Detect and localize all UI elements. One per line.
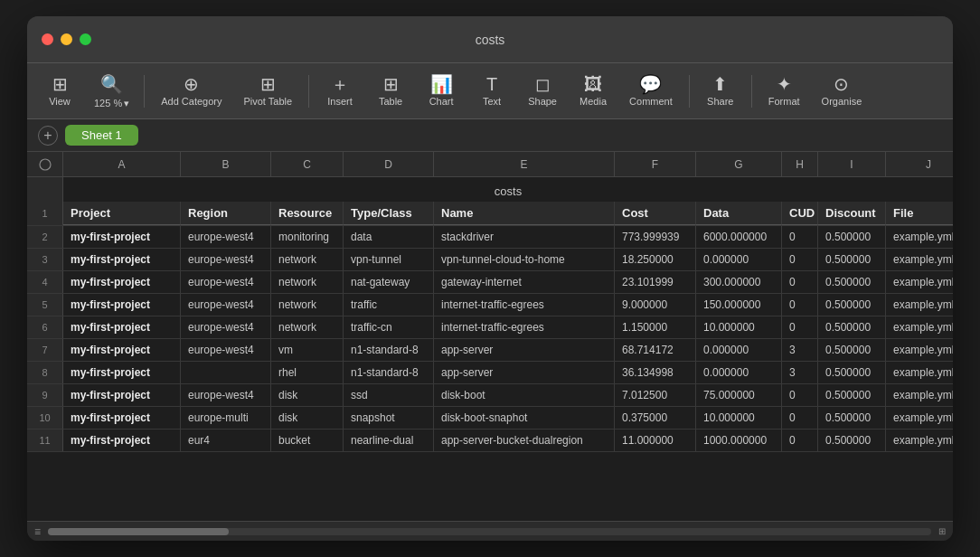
table-cell[interactable]: 0.500000 <box>818 316 886 338</box>
organise-button[interactable]: ⊙ Organise <box>813 71 872 110</box>
table-cell[interactable]: 1.150000 <box>615 316 696 338</box>
table-cell[interactable]: my-first-project <box>63 339 181 361</box>
table-cell[interactable]: app-server <box>434 339 615 361</box>
table-cell[interactable]: 0.500000 <box>818 271 886 293</box>
table-cell[interactable]: network <box>271 271 344 293</box>
table-cell[interactable]: app-server-bucket-dualregion <box>434 430 615 451</box>
table-cell[interactable]: gateway-internet <box>434 271 615 293</box>
table-cell[interactable]: 10.000000 <box>696 407 782 429</box>
table-cell[interactable]: vpn-tunnel-cloud-to-home <box>434 249 615 270</box>
table-cell[interactable]: example.yml <box>886 430 953 451</box>
table-cell[interactable]: my-first-project <box>63 407 181 429</box>
table-cell[interactable]: example.yml <box>886 294 953 316</box>
table-cell[interactable]: my-first-project <box>63 294 181 316</box>
table-cell[interactable]: example.yml <box>886 407 953 429</box>
insert-button[interactable]: ＋ Insert <box>316 71 363 110</box>
table-cell[interactable]: my-first-project <box>63 249 181 270</box>
table-cell[interactable]: 68.714172 <box>615 339 696 361</box>
table-cell[interactable]: 0.500000 <box>818 407 886 429</box>
table-cell[interactable]: n1-standard-8 <box>344 362 434 383</box>
table-row[interactable]: 4my-first-projecteurope-west4networknat-… <box>27 271 953 294</box>
table-cell[interactable]: 7.012500 <box>615 384 696 406</box>
table-row[interactable]: 10my-first-projecteurope-multidisksnapsh… <box>27 407 953 430</box>
table-row[interactable]: 8my-first-projectrheln1-standard-8app-se… <box>27 362 953 384</box>
add-sheet-button[interactable]: + <box>38 126 58 146</box>
table-cell[interactable] <box>181 362 271 383</box>
table-cell[interactable]: europe-west4 <box>181 384 271 406</box>
table-cell[interactable]: monitoring <box>271 226 344 248</box>
table-row[interactable]: 3my-first-projecteurope-west4networkvpn-… <box>27 249 953 271</box>
table-cell[interactable]: example.yml <box>886 316 953 338</box>
table-row[interactable]: 2my-first-projecteurope-west4monitoringd… <box>27 226 953 249</box>
table-cell[interactable]: example.yml <box>886 271 953 293</box>
table-cell[interactable]: 0 <box>782 316 818 338</box>
close-button[interactable] <box>42 33 53 45</box>
table-cell[interactable]: 300.000000 <box>696 271 782 293</box>
table-cell[interactable]: 36.134998 <box>615 362 696 383</box>
table-row[interactable]: 6my-first-projecteurope-west4networktraf… <box>27 316 953 339</box>
table-cell[interactable]: 0 <box>782 226 818 248</box>
table-button[interactable]: ⊞ Table <box>367 71 414 110</box>
table-cell[interactable]: 10.000000 <box>696 316 782 338</box>
table-cell[interactable]: network <box>271 316 344 338</box>
table-cell[interactable]: eur4 <box>181 430 271 451</box>
table-cell[interactable]: europe-multi <box>181 407 271 429</box>
table-cell[interactable]: 773.999939 <box>615 226 696 248</box>
table-cell[interactable]: rhel <box>271 362 344 383</box>
table-cell[interactable]: disk-boot <box>434 384 615 406</box>
table-cell[interactable]: app-server <box>434 362 615 383</box>
format-button[interactable]: ✦ Format <box>759 71 809 110</box>
table-cell[interactable]: traffic <box>344 294 434 316</box>
shape-button[interactable]: ◻ Shape <box>519 71 566 110</box>
table-cell[interactable]: 0 <box>782 430 818 451</box>
table-cell[interactable]: example.yml <box>886 362 953 383</box>
table-cell[interactable]: data <box>344 226 434 248</box>
table-cell[interactable]: europe-west4 <box>181 316 271 338</box>
table-row[interactable]: 7my-first-projecteurope-west4vmn1-standa… <box>27 339 953 362</box>
view-button[interactable]: ⊞ View <box>36 71 83 110</box>
table-cell[interactable]: my-first-project <box>63 384 181 406</box>
table-cell[interactable]: 3 <box>782 362 818 383</box>
table-cell[interactable]: 0.000000 <box>696 339 782 361</box>
minimize-button[interactable] <box>61 33 72 45</box>
table-cell[interactable]: example.yml <box>886 384 953 406</box>
table-cell[interactable]: my-first-project <box>63 430 181 451</box>
table-cell[interactable]: europe-west4 <box>181 339 271 361</box>
table-cell[interactable]: my-first-project <box>63 316 181 338</box>
table-cell[interactable]: 75.000000 <box>696 384 782 406</box>
table-cell[interactable]: vm <box>271 339 344 361</box>
table-cell[interactable]: nearline-dual <box>344 430 434 451</box>
table-cell[interactable]: 0.500000 <box>818 226 886 248</box>
share-button[interactable]: ⬆ Share <box>697 71 744 110</box>
table-cell[interactable]: europe-west4 <box>181 271 271 293</box>
table-cell[interactable]: europe-west4 <box>181 226 271 248</box>
table-cell[interactable]: 1000.000000 <box>696 430 782 451</box>
table-cell[interactable]: example.yml <box>886 339 953 361</box>
comment-button[interactable]: 💬 Comment <box>620 71 682 110</box>
table-cell[interactable]: n1-standard-8 <box>344 339 434 361</box>
table-cell[interactable]: 0 <box>782 249 818 270</box>
table-cell[interactable]: disk <box>271 407 344 429</box>
table-cell[interactable]: 0 <box>782 407 818 429</box>
table-cell[interactable]: vpn-tunnel <box>344 249 434 270</box>
table-cell[interactable]: 0 <box>782 294 818 316</box>
pivot-table-button[interactable]: ⊞ Pivot Table <box>234 71 301 110</box>
table-cell[interactable]: disk <box>271 384 344 406</box>
table-cell[interactable]: disk-boot-snaphot <box>434 407 615 429</box>
table-cell[interactable]: 0.500000 <box>818 249 886 270</box>
table-cell[interactable]: 0.500000 <box>818 430 886 451</box>
table-cell[interactable]: 18.250000 <box>615 249 696 270</box>
text-button[interactable]: T Text <box>468 71 515 110</box>
maximize-button[interactable] <box>80 33 91 45</box>
table-cell[interactable]: 0.500000 <box>818 294 886 316</box>
table-cell[interactable]: stackdriver <box>434 226 615 248</box>
table-cell[interactable]: europe-west4 <box>181 249 271 270</box>
table-cell[interactable]: my-first-project <box>63 271 181 293</box>
table-cell[interactable]: 0.500000 <box>818 362 886 383</box>
table-cell[interactable]: 3 <box>782 339 818 361</box>
table-cell[interactable]: internet-traffic-egrees <box>434 316 615 338</box>
table-cell[interactable]: ssd <box>344 384 434 406</box>
chart-button[interactable]: 📊 Chart <box>418 71 465 110</box>
table-row[interactable]: 5my-first-projecteurope-west4networktraf… <box>27 294 953 316</box>
table-cell[interactable]: network <box>271 249 344 270</box>
